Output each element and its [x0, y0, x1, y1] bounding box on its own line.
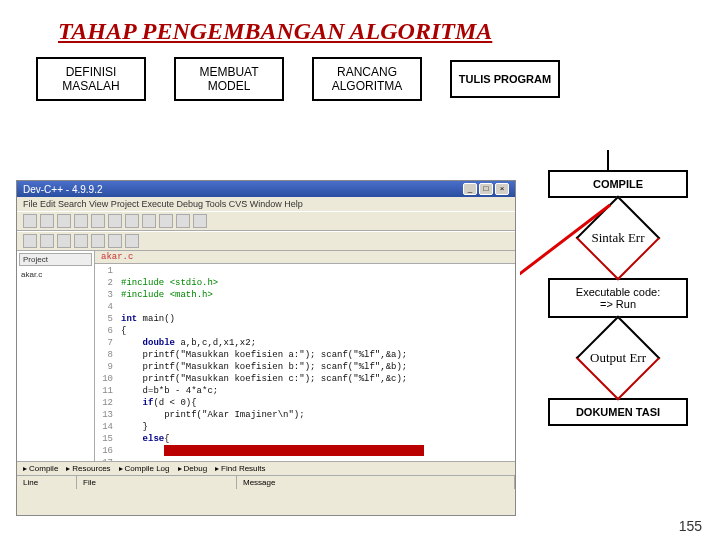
ide-window: Dev-C++ - 4.9.9.2 _ □ × File Edit Search… [16, 180, 516, 516]
exec-l1: Executable code: [554, 286, 682, 298]
compile-run-icon[interactable] [176, 214, 190, 228]
lbl: Debug [184, 464, 208, 473]
stmt: printf("Masukkan koefisien a:"); scanf("… [143, 350, 408, 360]
page-number: 155 [679, 518, 702, 534]
tab-find[interactable]: ▸ Find Results [215, 464, 265, 473]
right-flow-column: COMPILE Sintak Err Executable code: => R… [544, 170, 692, 426]
ln: 6 [95, 325, 113, 337]
ln: 10 [95, 373, 113, 385]
tool-icon[interactable] [23, 234, 37, 248]
col-message: Message [237, 476, 515, 489]
ln: 13 [95, 409, 113, 421]
cond: (d < 0){ [153, 398, 196, 408]
diamond-sintak-err: Sintak Err [570, 216, 666, 260]
fn: main() [137, 314, 175, 324]
undo-icon[interactable] [108, 214, 122, 228]
box-membuat-l1: MEMBUAT [180, 65, 278, 79]
lbl: Find Results [221, 464, 265, 473]
ln: 14 [95, 421, 113, 433]
maximize-icon[interactable]: □ [479, 183, 493, 195]
tool-icon[interactable] [91, 234, 105, 248]
ln: 11 [95, 385, 113, 397]
lbl: Compile [29, 464, 58, 473]
ln: 7 [95, 337, 113, 349]
code-editor[interactable]: akar.c 1 2 3 4 5 6 7 8 9 10 11 12 13 14 … [95, 251, 515, 461]
redo-icon[interactable] [125, 214, 139, 228]
connector-tulis-compile [607, 150, 609, 172]
tab-compile-log[interactable]: ▸ Compile Log [119, 464, 170, 473]
decl: a,b,c,d,x1,x2; [175, 338, 256, 348]
tool-icon[interactable] [125, 234, 139, 248]
debug-icon[interactable] [193, 214, 207, 228]
tool-icon[interactable] [74, 234, 88, 248]
pp: #include [121, 290, 164, 300]
compile-icon[interactable] [142, 214, 156, 228]
save-icon[interactable] [57, 214, 71, 228]
ide-titlebar: Dev-C++ - 4.9.9.2 _ □ × [17, 181, 515, 197]
ide-body: Project akar.c akar.c 1 2 3 4 5 6 7 8 9 … [17, 251, 515, 461]
inc: <math.h> [170, 290, 213, 300]
box-definisi: DEFINISI MASALAH [36, 57, 146, 101]
ln: 2 [95, 277, 113, 289]
ln: 5 [95, 313, 113, 325]
project-item[interactable]: akar.c [19, 268, 92, 281]
code-content: #include <stdio.h> #include <math.h> int… [121, 265, 424, 461]
box-membuat: MEMBUAT MODEL [174, 57, 284, 101]
stmt: d=b*b - 4*a*c; [143, 386, 219, 396]
brace: { [164, 434, 169, 444]
ln: 4 [95, 301, 113, 313]
ln: 8 [95, 349, 113, 361]
brace: { [121, 326, 126, 336]
ln: 3 [95, 289, 113, 301]
diamond-output-err: Output Err [570, 336, 666, 380]
kw: double [143, 338, 175, 348]
ide-toolbar [17, 211, 515, 231]
lbl: Resources [72, 464, 110, 473]
tab-compile[interactable]: ▸ Compile [23, 464, 58, 473]
save-all-icon[interactable] [74, 214, 88, 228]
box-rancang: RANCANG ALGORITMA [312, 57, 422, 101]
tool-icon[interactable] [108, 234, 122, 248]
pp: #include [121, 278, 164, 288]
box-executable: Executable code: => Run [548, 278, 688, 318]
box-rancang-l2: ALGORITMA [318, 79, 416, 93]
sintak-err-label: Sintak Err [570, 216, 666, 260]
slide-title: TAHAP PENGEMBANGAN ALGORITMA [0, 0, 720, 57]
bottom-tabs: ▸ Compile ▸ Resources ▸ Compile Log ▸ De… [17, 462, 515, 476]
tool-icon[interactable] [57, 234, 71, 248]
ide-toolbar-2 [17, 231, 515, 251]
col-line: Line [17, 476, 77, 489]
line-gutter: 1 2 3 4 5 6 7 8 9 10 11 12 13 14 15 16 1… [95, 265, 117, 461]
exec-l2: => Run [554, 298, 682, 310]
tab-resources[interactable]: ▸ Resources [66, 464, 110, 473]
ln: 12 [95, 397, 113, 409]
lbl: Compile Log [125, 464, 170, 473]
box-dokumentasi: DOKUMEN TASI [548, 398, 688, 426]
run-icon[interactable] [159, 214, 173, 228]
open-file-icon[interactable] [40, 214, 54, 228]
box-definisi-l1: DEFINISI [42, 65, 140, 79]
brace: } [143, 422, 148, 432]
col-file: File [77, 476, 237, 489]
tab-debug[interactable]: ▸ Debug [178, 464, 208, 473]
print-icon[interactable] [91, 214, 105, 228]
close-icon[interactable]: × [495, 183, 509, 195]
box-definisi-l2: MASALAH [42, 79, 140, 93]
ide-sidebar: Project akar.c [17, 251, 95, 461]
minimize-icon[interactable]: _ [463, 183, 477, 195]
kw: int [121, 314, 137, 324]
editor-tab[interactable]: akar.c [95, 251, 515, 264]
ln: 16 [95, 445, 113, 457]
stmt: printf("Masukkan koefisien b:"); scanf("… [143, 362, 408, 372]
ln: 1 [95, 265, 113, 277]
tool-icon[interactable] [40, 234, 54, 248]
top-boxes-row: DEFINISI MASALAH MEMBUAT MODEL RANCANG A… [0, 57, 720, 109]
ln: 15 [95, 433, 113, 445]
bottom-columns: Line File Message [17, 476, 515, 489]
ide-title-text: Dev-C++ - 4.9.9.2 [23, 184, 102, 195]
new-file-icon[interactable] [23, 214, 37, 228]
box-tulis: TULIS PROGRAM [450, 60, 560, 98]
project-tab[interactable]: Project [19, 253, 92, 266]
ide-menubar[interactable]: File Edit Search View Project Execute De… [17, 197, 515, 211]
output-err-label: Output Err [570, 336, 666, 380]
